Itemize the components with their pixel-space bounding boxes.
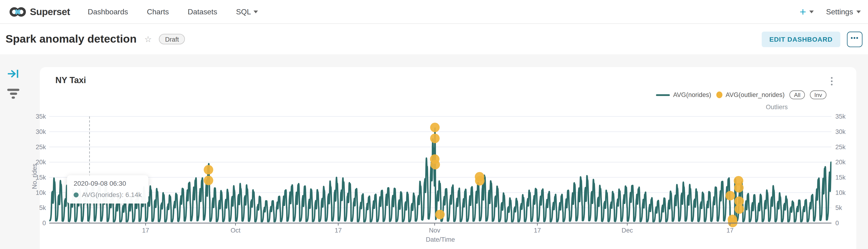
svg-text:30k: 30k [835,128,846,135]
svg-text:Nov: Nov [429,227,440,234]
y-axis-title: No. rides [31,164,38,189]
top-navbar: Superset Dashboards Charts Datasets SQL … [0,0,868,24]
header-actions: EDIT DASHBOARD ••• [762,31,863,47]
svg-text:17: 17 [335,227,342,234]
svg-text:35k: 35k [36,113,46,120]
svg-text:10k: 10k [36,189,46,196]
chevron-down-icon [254,10,258,13]
edit-dashboard-button[interactable]: EDIT DASHBOARD [762,31,840,47]
tooltip-timestamp: 2020-09-08 06:30 [73,180,142,188]
outlier-point [735,204,744,214]
chart-tooltip: 2020-09-08 06:30 AVG(norides): 6.14k [67,175,148,203]
outlier-point [734,183,744,193]
status-badge: Draft [159,34,185,45]
superset-logo[interactable]: Superset [9,6,70,18]
tooltip-series-row: AVG(norides): 6.14k [73,191,142,199]
nav-item-sql-label: SQL [236,7,251,16]
plus-icon: + [800,6,806,17]
svg-text:Dec: Dec [622,227,633,234]
nav-item-datasets[interactable]: Datasets [188,7,217,16]
nav-links: Dashboards Charts Datasets SQL [88,7,258,16]
more-options-button[interactable]: ••• [847,31,862,47]
x-axis-title: Date/Time [426,236,455,243]
dashboard-header: Spark anomaly detection ☆ Draft EDIT DAS… [0,24,868,54]
chevron-down-icon [857,10,861,13]
svg-text:17: 17 [534,227,541,234]
svg-text:25k: 25k [36,143,46,150]
superset-app: Superset Dashboards Charts Datasets SQL … [0,0,868,249]
favorite-star-icon[interactable]: ☆ [144,34,152,44]
outlier-point [430,122,440,132]
x-axis-labels: 17Oct17Nov17Dec17Date/Time [142,223,734,243]
series-color-dot [73,192,79,197]
nav-item-charts[interactable]: Charts [147,7,169,16]
outlier-point [204,175,213,185]
tooltip-value: AVG(norides): 6.14k [82,191,142,199]
svg-text:25k: 25k [835,143,846,150]
svg-text:35k: 35k [835,113,846,120]
superset-logo-icon [9,6,26,18]
svg-text:Oct: Oct [230,227,241,234]
outlier-point [725,191,735,200]
new-item-button[interactable]: + [800,6,814,17]
svg-text:30k: 30k [36,128,46,135]
outlier-point [430,160,440,169]
outlier-point [475,176,485,186]
settings-label: Settings [826,7,853,16]
svg-text:5k: 5k [39,204,46,211]
svg-text:0: 0 [42,219,46,227]
svg-text:17: 17 [726,227,734,234]
outlier-point [435,210,445,219]
outlier-point [430,134,440,143]
svg-text:17: 17 [142,227,149,234]
svg-text:5k: 5k [835,204,842,211]
settings-menu[interactable]: Settings [826,7,861,16]
outlier-point [204,165,213,175]
ellipsis-icon: ••• [850,35,859,41]
nav-item-dashboards[interactable]: Dashboards [88,7,128,16]
svg-text:10k: 10k [835,189,846,196]
outlier-point [728,218,738,227]
svg-text:0: 0 [835,219,839,227]
nav-item-sql[interactable]: SQL [236,7,258,16]
page-title: Spark anomaly detection [6,33,137,46]
nav-right: + Settings [800,6,868,17]
chevron-down-icon [809,10,814,13]
svg-text:15k: 15k [835,174,846,181]
brand-name: Superset [30,6,70,18]
svg-text:20k: 20k [835,158,846,166]
